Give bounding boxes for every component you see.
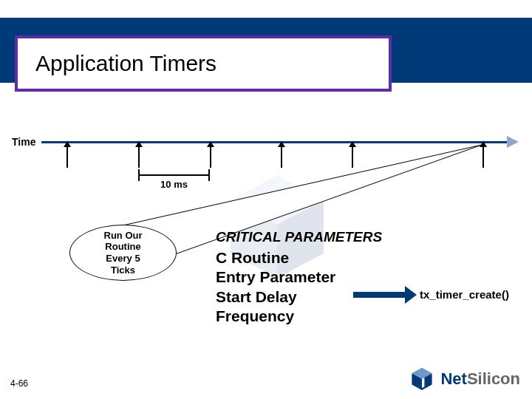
slide-title: Application Timers bbox=[35, 51, 216, 76]
axis-label: Time bbox=[12, 136, 35, 148]
time-axis bbox=[41, 141, 510, 143]
brand-wordmark: NetSilicon bbox=[440, 369, 520, 389]
axis-tick bbox=[210, 146, 211, 168]
title-box: Application Timers bbox=[15, 35, 392, 92]
brand-logo: NetSilicon bbox=[409, 366, 520, 392]
page-number: 4-66 bbox=[10, 378, 28, 389]
param-item: Frequency bbox=[216, 307, 382, 326]
interval-label: 10 ms bbox=[138, 179, 210, 190]
axis-arrow-icon bbox=[507, 136, 519, 148]
param-item: Entry Parameter bbox=[216, 267, 382, 287]
interval-marker: 10 ms bbox=[138, 174, 210, 190]
axis-tick bbox=[66, 146, 68, 168]
brand-net: Net bbox=[440, 369, 466, 388]
axis-tick bbox=[281, 146, 282, 168]
axis-tick bbox=[482, 146, 484, 168]
param-item: C Routine bbox=[216, 248, 382, 267]
routine-callout: Run Our Routine Every 5 Ticks bbox=[69, 225, 177, 281]
slide-root: Application Timers Time 10 ms Run Our Ro… bbox=[0, 0, 532, 399]
routine-callout-text: Run Our Routine Every 5 Ticks bbox=[104, 230, 143, 276]
parameters-heading: CRITICAL PARAMETERS bbox=[216, 229, 382, 245]
axis-tick bbox=[352, 146, 353, 168]
brand-silicon: Silicon bbox=[467, 369, 520, 388]
function-name: tx_timer_create() bbox=[420, 288, 509, 301]
svg-marker-7 bbox=[422, 378, 424, 388]
parameters-list: C Routine Entry Parameter Start Delay Fr… bbox=[216, 248, 382, 326]
netsilicon-mark-icon bbox=[409, 366, 434, 392]
function-arrow-icon bbox=[353, 292, 406, 298]
axis-tick bbox=[138, 146, 140, 168]
parameters-block: CRITICAL PARAMETERS C Routine Entry Para… bbox=[216, 229, 382, 326]
